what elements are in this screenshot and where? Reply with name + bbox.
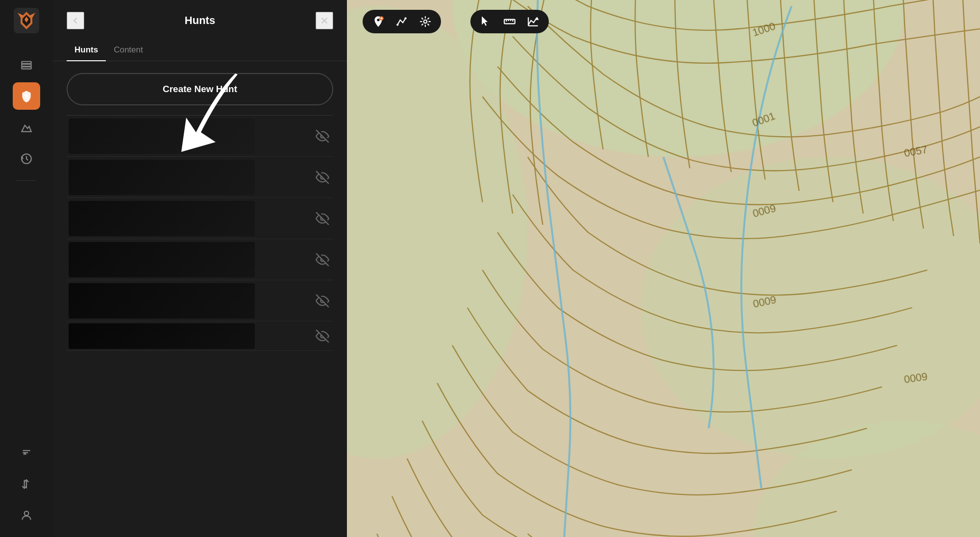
map-toolbar-right [470,10,549,33]
select-tools-group [470,10,549,33]
sidebar-item-history[interactable] [13,145,40,172]
tab-hunts[interactable]: Hunts [67,39,106,61]
svg-line-50 [428,24,429,25]
svg-rect-20 [22,64,31,66]
sidebar-item-hunts[interactable] [13,82,40,110]
svg-line-51 [421,24,423,25]
svg-point-30 [24,511,29,515]
add-waypoint-button[interactable] [370,14,386,29]
visibility-toggle[interactable] [314,210,331,227]
svg-point-44 [424,20,427,24]
visibility-toggle[interactable] [314,251,331,268]
sidebar-divider [17,180,36,181]
svg-point-42 [396,24,398,25]
hunt-thumbnail [69,283,255,318]
svg-line-49 [421,18,423,19]
panel-header: Hunts [53,0,347,39]
visibility-toggle[interactable] [314,169,331,186]
visibility-toggle[interactable] [314,292,331,310]
hunt-thumbnail [69,242,255,277]
add-area-button[interactable] [417,14,433,29]
sidebar-item-sort[interactable] [13,439,40,466]
tab-content[interactable]: Content [106,39,151,61]
sidebar-item-terrain[interactable] [13,114,40,141]
visibility-toggle[interactable] [314,327,331,345]
sidebar-bottom [13,439,40,529]
svg-rect-21 [22,67,31,69]
hunt-thumbnail [69,323,255,349]
list-item [67,198,333,239]
list-item [67,157,333,198]
list-item [67,321,333,351]
select-button[interactable] [478,14,494,29]
hunt-thumbnail [69,201,255,236]
map-toolbar-left [363,10,441,33]
sidebar-nav [13,51,40,439]
panel-title: Hunts [185,14,215,27]
app-logo[interactable] [14,8,39,35]
hunt-list [67,116,333,525]
svg-point-43 [404,17,406,19]
create-new-hunt-button[interactable]: Create New Hunt [67,73,333,105]
sidebar-item-layers[interactable] [13,51,40,78]
add-line-button[interactable] [394,14,410,29]
measure-button[interactable] [502,14,517,29]
svg-line-52 [428,18,429,19]
sidebar [0,0,53,537]
svg-marker-22 [22,125,31,132]
elevation-button[interactable] [525,14,541,29]
hunts-panel: Hunts Hunts Content Create New Hunt [53,0,347,537]
panel-close-button[interactable] [316,12,333,29]
visibility-toggle[interactable] [314,127,331,145]
list-item [67,280,333,321]
draw-tools-group [363,10,441,33]
panel-back-button[interactable] [67,12,84,29]
svg-rect-53 [504,20,515,24]
sidebar-item-sort-arrows[interactable] [13,470,40,498]
list-item [67,239,333,280]
panel-content: Create New Hunt [53,61,347,537]
sidebar-item-profile[interactable] [13,502,40,529]
svg-rect-19 [22,62,31,64]
panel-tabs: Hunts Content [53,39,347,61]
list-item [67,116,333,157]
hunt-thumbnail [69,160,255,195]
hunt-thumbnail [69,119,255,154]
